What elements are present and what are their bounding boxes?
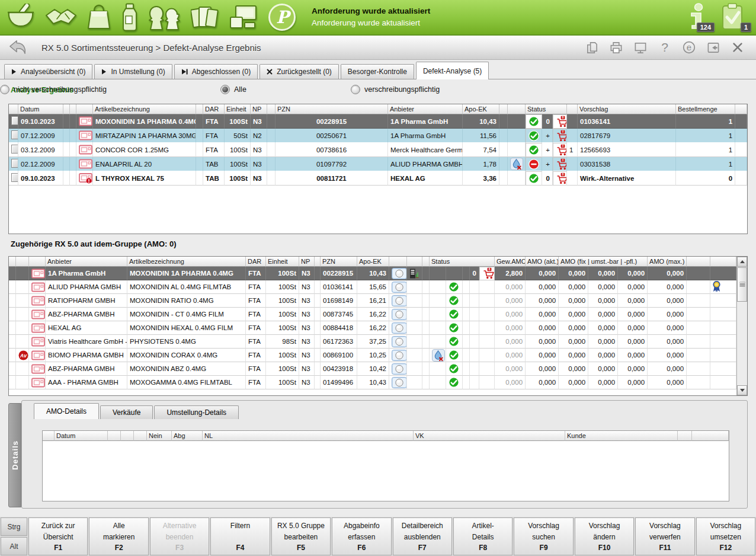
window-switch-icon[interactable] (706, 40, 721, 55)
column-header-bestellmenge[interactable]: Bestellmenge (676, 104, 735, 114)
column-header-einheit[interactable]: Einheit (266, 257, 299, 267)
fn-button-f7[interactable]: DetailbereichausblendenF7 (393, 517, 452, 555)
scrollbar-thumb[interactable] (737, 267, 747, 302)
row-radio-button[interactable] (392, 350, 404, 361)
column-header-artikelbezeichnung[interactable]: Artikelbezeichnung (127, 257, 246, 267)
tab-in-umstellung-0[interactable]: In Umstellung (0) (94, 64, 172, 79)
row-radio-button[interactable] (392, 282, 404, 293)
group-row[interactable]: AAA - PHARMA GMBHMOXOGAMMA 0.4MG FILMTAB… (9, 376, 736, 389)
group-row[interactable]: RATIOPHARM GMBHMOXONIDIN RATIO 0.4MGFTA1… (9, 294, 736, 308)
group-row[interactable]: AvBIOMO PHARMA GMBHMOXONIDIN CORAX 0.4MG… (9, 349, 736, 362)
medicine-bottle-icon[interactable] (121, 2, 139, 32)
handshake-icon[interactable] (45, 2, 77, 32)
copy-icon[interactable] (584, 40, 600, 55)
radio-verschreibungspflichtig[interactable]: verschreibungspflichtig (351, 85, 440, 94)
row-radio-button[interactable] (392, 295, 404, 306)
column-header-pzn[interactable]: PZN (321, 257, 357, 267)
column-header-status[interactable]: Status (430, 257, 495, 267)
row-checkbox[interactable] (11, 145, 18, 154)
group-row[interactable]: ABZ-PHARMA GMBHMOXONIDIN - CT 0.4MG FILM… (9, 308, 736, 321)
contacts-icon[interactable] (148, 2, 181, 32)
row-radio-button[interactable] (392, 322, 404, 334)
vertical-scrollbar[interactable] (736, 257, 747, 395)
column-header-abg[interactable]: Abg (172, 431, 203, 441)
workstation-icon[interactable] (229, 2, 258, 32)
scrollbar-up-button[interactable] (737, 257, 747, 267)
group-row[interactable]: Viatris Healthcare GmbH - ▶PHYSIOTENS 0.… (9, 335, 736, 349)
fn-button-f11[interactable]: VorschlagverwerfenF11 (635, 517, 694, 555)
alt-key[interactable]: Alt (1, 537, 27, 555)
mortar-pestle-icon[interactable] (6, 2, 36, 32)
fn-button-f5[interactable]: RX 5.0 GruppebearbeitenF5 (271, 517, 331, 555)
info-icon[interactable]: 124 (688, 3, 706, 32)
details-side-tab[interactable]: Details (8, 403, 21, 507)
column-header-einheit[interactable]: Einheit (225, 104, 251, 114)
print-icon[interactable] (608, 40, 624, 55)
tasks-icon[interactable]: 1 (722, 3, 743, 32)
strg-key[interactable]: Strg (1, 517, 27, 536)
group-row[interactable]: ABZ-PHARMA GMBHMOXONIDIN ABZ 0.4MGFTA100… (9, 362, 736, 376)
column-header-artikelbezeichnung[interactable]: Artikelbezeichnung (93, 104, 196, 114)
group-row[interactable]: HEXAL AGMOXONIDIN HEXAL 0.4MG FILMFTA100… (9, 321, 736, 335)
row-checkbox[interactable] (11, 116, 18, 125)
screen-icon[interactable] (633, 40, 648, 55)
column-header-datum[interactable]: Datum (18, 104, 63, 114)
column-header-kunde[interactable]: Kunde (565, 431, 678, 441)
fn-button-f10[interactable]: VorschlagändernF10 (575, 517, 634, 555)
back-icon[interactable] (8, 39, 27, 56)
column-header-vorschlag[interactable]: Vorschlag (578, 104, 676, 114)
e-services-icon[interactable]: e (681, 40, 697, 55)
result-row[interactable]: 03.12.2009CONCOR COR 1.25MGFTA100StN3007… (9, 143, 747, 157)
column-header-apo-ek[interactable]: Apo-EK (357, 257, 389, 267)
result-row[interactable]: 07.12.2009MIRTAZAPIN 1A PHARMA 30MGFTA50… (9, 129, 747, 143)
pharmatechnik-logo-icon[interactable]: P (268, 2, 296, 32)
column-header-gew-amo[interactable]: Gew.AMO (495, 257, 526, 267)
column-header-nein[interactable]: Nein (147, 431, 172, 441)
fn-button-f1[interactable]: Zurück zurÜbersichtF1 (28, 517, 88, 555)
column-header-dar[interactable]: DAR (203, 104, 225, 114)
tab-abgeschlossen-0[interactable]: Abgeschlossen (0) (174, 64, 258, 79)
tab-besorger-kontrolle[interactable]: Besorger-Kontrolle (341, 64, 414, 79)
help-icon[interactable]: ? (657, 40, 672, 55)
tab-analyseübersicht-0[interactable]: Analyseübersicht (0) (4, 64, 92, 79)
scrollbar-down-button[interactable] (737, 385, 747, 395)
details-tab-amo-details[interactable]: AMO-Details (34, 403, 99, 419)
column-header-vk[interactable]: VK (414, 431, 565, 441)
row-checkbox[interactable] (11, 173, 18, 182)
column-header-np[interactable]: NP (251, 104, 267, 114)
details-tab-verkäufe[interactable]: Verkäufe (100, 405, 153, 419)
column-header-amo-fix-umst-bar-pfl[interactable]: AMO (fix | umst.-bar | -pfl.) (559, 257, 648, 267)
result-row[interactable]: 02.12.2009ENALAPRIL AL 20TAB100StN301097… (9, 157, 747, 171)
column-header-status[interactable]: Status (526, 104, 567, 114)
result-row[interactable]: 09.10.2023MOXONIDIN 1A PHARMA 0.4MGFTA10… (9, 114, 747, 129)
column-header-anbieter[interactable]: Anbieter (46, 257, 127, 267)
row-radio-button[interactable] (392, 268, 404, 279)
column-header-amo-max[interactable]: AMO (max.) (648, 257, 687, 267)
details-tab-umstellung-details[interactable]: Umstellung-Details (154, 405, 239, 419)
column-header-anbieter[interactable]: Anbieter (388, 104, 463, 114)
documents-icon[interactable] (191, 2, 219, 32)
row-radio-button[interactable] (392, 309, 404, 320)
row-checkbox[interactable] (11, 159, 18, 168)
column-header-datum[interactable]: Datum (55, 431, 108, 441)
fn-button-f12[interactable]: VorschlagumsetzenF12 (696, 517, 755, 555)
column-header-nl[interactable]: NL (203, 431, 414, 441)
row-radio-button[interactable] (392, 336, 404, 347)
close-icon[interactable] (730, 40, 745, 55)
fn-button-f6[interactable]: AbgabeinfoerfassenF6 (332, 517, 391, 555)
result-row[interactable]: 09.10.2023L THYROX HEXAL 75TAB100StN3008… (9, 171, 747, 186)
group-row[interactable]: ALIUD PHARMA GMBHMOXONIDIN AL 0.4MG FILM… (9, 280, 736, 294)
group-row[interactable]: 1A Pharma GmbHMOXONIDIN 1A PHARMA 0.4MGF… (9, 267, 736, 280)
fn-button-f4[interactable]: FilternF4 (210, 517, 270, 555)
tab-zurückgestellt-0[interactable]: Zurückgestellt (0) (260, 64, 339, 79)
column-header-dar[interactable]: DAR (246, 257, 266, 267)
shopping-bag-icon[interactable] (87, 2, 111, 32)
tab-defekt-analyse-5[interactable]: Defekt-Analyse (5) (416, 62, 489, 79)
column-header-pzn[interactable]: PZN (276, 104, 388, 114)
column-header-apo-ek[interactable]: Apo-EK (463, 104, 499, 114)
column-header-np[interactable]: NP (299, 257, 315, 267)
row-checkbox[interactable] (11, 130, 18, 139)
column-header-amo-akt[interactable]: AMO (akt.) (526, 257, 559, 267)
fn-button-f8[interactable]: Artikel-DetailsF8 (453, 517, 512, 555)
fn-button-f2[interactable]: AllemarkierenF2 (89, 517, 148, 555)
